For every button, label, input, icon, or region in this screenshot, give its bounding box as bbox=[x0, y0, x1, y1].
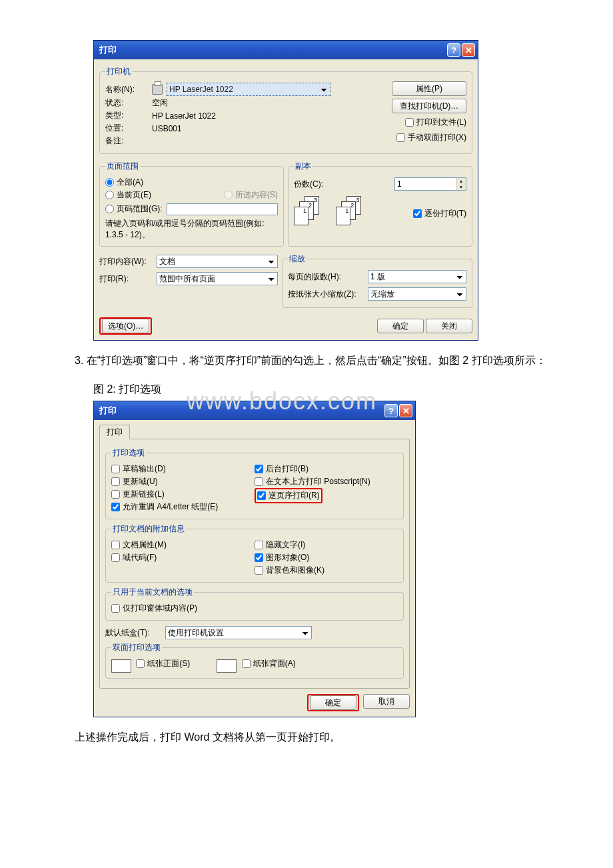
copies-group: 副本 份数(C): ▲▼ 3 2 1 bbox=[288, 161, 472, 247]
name-label: 名称(N): bbox=[105, 84, 148, 95]
status-label: 状态: bbox=[105, 97, 148, 109]
titlebar-2: 打印 ? ✕ bbox=[94, 401, 415, 420]
current-doc-group: 只用于当前文档的选项 仅打印窗体域内容(P) bbox=[105, 587, 404, 621]
location-value: USB001 bbox=[152, 124, 182, 133]
type-value: HP LaserJet 1022 bbox=[152, 111, 216, 121]
collate-checkbox[interactable]: 逐份打印(T) bbox=[413, 208, 466, 219]
paragraph-1: 3. 在“打印选项”窗口中，将“逆页序打印”前面的勾选上，然后点击“确定”按钮。… bbox=[53, 351, 560, 369]
help-button-2[interactable]: ? bbox=[384, 404, 398, 417]
collate-illustration-2: 3 2 1 bbox=[336, 196, 373, 229]
duplex-group: 双面打印选项 纸张正面(S) 纸张背面(A) bbox=[105, 642, 404, 679]
spinner-arrows[interactable]: ▲▼ bbox=[456, 178, 466, 190]
properties-button[interactable]: 属性(P) bbox=[392, 81, 466, 96]
range-all-radio[interactable]: 全部(A) bbox=[105, 177, 143, 188]
print-what-combo[interactable]: 文档 bbox=[157, 255, 278, 268]
cancel-button[interactable]: 取消 bbox=[363, 694, 410, 709]
help-button[interactable]: ? bbox=[447, 43, 460, 57]
duplex-front-checkbox[interactable]: 纸张正面(S) bbox=[136, 658, 190, 669]
scale-combo[interactable]: 无缩放 bbox=[368, 287, 466, 301]
pps-combo[interactable]: 1 版 bbox=[368, 270, 466, 283]
titlebar: 打印 ? ✕ bbox=[94, 41, 478, 59]
range-hint: 请键入页码和/或用逗号分隔的页码范围(例如: 1.3.5 - 12)。 bbox=[105, 218, 278, 241]
type-label: 类型: bbox=[105, 110, 148, 121]
close-icon-2[interactable]: ✕ bbox=[399, 404, 412, 417]
allow-a4-checkbox[interactable]: 允许重调 A4/Letter 纸型(E) bbox=[111, 501, 218, 513]
print-options-group: 打印选项 草稿输出(D) 更新域(U) 更新链接(L) 允许重调 A4/Lett… bbox=[105, 447, 404, 519]
print-range-label: 打印(R): bbox=[99, 273, 157, 285]
range-pages-input[interactable] bbox=[167, 203, 278, 215]
currentdoc-legend: 只用于当前文档的选项 bbox=[111, 587, 194, 598]
tab-print[interactable]: 打印 bbox=[99, 425, 130, 439]
title-text-2: 打印 bbox=[99, 405, 383, 417]
count-label: 份数(C): bbox=[294, 179, 323, 190]
reverse-order-checkbox[interactable]: 逆页序打印(R) bbox=[257, 490, 320, 501]
background-print-checkbox[interactable]: 后台打印(B) bbox=[255, 463, 308, 475]
page-range-group: 页面范围 全部(A) 当前页(E) 所选内容(S) bbox=[99, 161, 284, 247]
printer-group: 打印机 名称(N): HP LaserJet 1022 状态: 空闲 bbox=[99, 66, 472, 154]
find-printer-button[interactable]: 查找打印机(D)… bbox=[392, 99, 466, 113]
field-codes-checkbox[interactable]: 域代码(F) bbox=[111, 552, 157, 563]
duplex-legend: 双面打印选项 bbox=[111, 642, 162, 653]
print-range-combo[interactable]: 范围中所有页面 bbox=[157, 272, 278, 285]
options-button[interactable]: 选项(O)… bbox=[102, 319, 149, 333]
title-text: 打印 bbox=[99, 44, 446, 56]
tray-label: 默认纸盒(T): bbox=[105, 627, 165, 639]
copies-legend: 副本 bbox=[294, 161, 312, 172]
ps-over-text-checkbox[interactable]: 在文本上方打印 Postscript(N) bbox=[255, 476, 370, 487]
collate-illustration-1: 3 2 1 bbox=[294, 196, 331, 229]
update-fields-checkbox[interactable]: 更新域(U) bbox=[111, 476, 158, 487]
status-value: 空闲 bbox=[152, 97, 168, 109]
comment-label: 备注: bbox=[105, 135, 148, 147]
location-label: 位置: bbox=[105, 123, 148, 134]
additional-legend: 打印文档的附加信息 bbox=[111, 523, 186, 535]
options-legend: 打印选项 bbox=[111, 447, 146, 459]
ok-button[interactable]: 确定 bbox=[377, 319, 424, 333]
close-button[interactable]: 关闭 bbox=[426, 319, 472, 333]
print-to-file-checkbox[interactable]: 打印到文件(L) bbox=[405, 117, 466, 128]
printer-legend: 打印机 bbox=[105, 66, 132, 77]
manual-duplex-checkbox[interactable]: 手动双面打印(X) bbox=[396, 132, 466, 143]
forms-only-checkbox[interactable]: 仅打印窗体域内容(P) bbox=[111, 603, 197, 614]
duplex-back-checkbox[interactable]: 纸张背面(A) bbox=[242, 658, 296, 669]
update-links-checkbox[interactable]: 更新链接(L) bbox=[111, 489, 165, 500]
range-pages-radio[interactable]: 页码范围(G): bbox=[105, 203, 163, 215]
additional-info-group: 打印文档的附加信息 文档属性(M) 域代码(F) 隐藏文字(I) 图形对象(O)… bbox=[105, 523, 404, 583]
close-icon[interactable]: ✕ bbox=[462, 43, 475, 57]
hidden-text-checkbox[interactable]: 隐藏文字(I) bbox=[255, 539, 305, 551]
bg-image-checkbox[interactable]: 背景色和图像(K) bbox=[255, 565, 324, 576]
printer-name-combo[interactable]: HP LaserJet 1022 bbox=[167, 83, 330, 96]
paragraph-2: 上述操作完成后，打印 Word 文档将从第一页开始打印。 bbox=[53, 728, 560, 746]
pps-label: 每页的版数(H): bbox=[288, 271, 368, 283]
ok-button-2[interactable]: 确定 bbox=[310, 695, 356, 710]
print-options-dialog: 打印 ? ✕ 打印 打印选项 草稿输出(D) 更新域(U) 更新链接(L) bbox=[93, 401, 416, 717]
range-legend: 页面范围 bbox=[105, 161, 140, 172]
tray-combo[interactable]: 使用打印机设置 bbox=[165, 626, 312, 639]
drawing-objects-checkbox[interactable]: 图形对象(O) bbox=[255, 552, 309, 563]
scale-label: 按纸张大小缩放(Z): bbox=[288, 289, 368, 300]
zoom-legend: 缩放 bbox=[288, 253, 306, 265]
print-what-label: 打印内容(W): bbox=[99, 256, 157, 267]
duplex-front-icon bbox=[111, 659, 131, 673]
doc-properties-checkbox[interactable]: 文档属性(M) bbox=[111, 539, 167, 551]
duplex-back-icon bbox=[217, 659, 237, 673]
range-current-radio[interactable]: 当前页(E) bbox=[105, 189, 151, 201]
range-selection-radio: 所选内容(S) bbox=[224, 189, 278, 201]
figure-2-caption: 图 2: 打印选项 bbox=[93, 380, 560, 398]
printer-icon bbox=[152, 84, 163, 95]
zoom-group: 缩放 每页的版数(H): 1 版 按纸张大小缩放(Z): 无缩放 bbox=[282, 253, 472, 308]
draft-output-checkbox[interactable]: 草稿输出(D) bbox=[111, 463, 166, 475]
print-dialog-1: 打印 ? ✕ 打印机 名称(N): HP LaserJet 1022 bbox=[93, 40, 478, 341]
